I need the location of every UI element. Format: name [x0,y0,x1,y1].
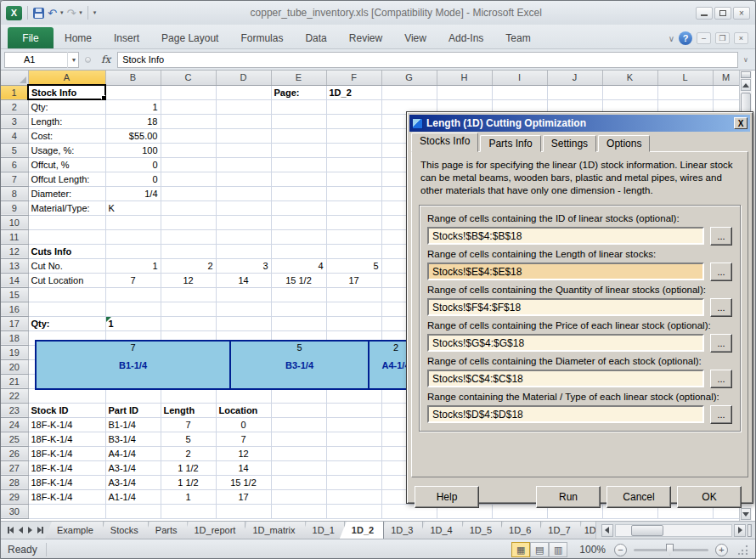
cell-D29[interactable]: 17 [216,489,271,504]
cell-D26[interactable]: 12 [216,446,271,460]
cell-F29[interactable] [326,489,381,504]
row-header-19[interactable]: 19 [1,345,28,359]
cell-C6[interactable] [161,157,216,172]
cell-E1[interactable]: Page: [271,85,326,99]
cell-E30[interactable] [271,504,326,518]
cell-B12[interactable] [105,244,161,258]
cell-A9[interactable]: Material/Type: [28,200,105,215]
sheet-tab-1D_5[interactable]: 1D_5 [458,522,502,539]
cell-A16[interactable] [28,302,105,316]
cell-B3[interactable]: 18 [105,114,161,128]
cell-B29[interactable]: A1-1/4 [105,489,161,504]
cell-E4[interactable] [271,128,326,143]
cell-B8[interactable]: 1/4 [105,186,161,200]
column-header-B[interactable]: B [105,71,161,85]
excel-logo-icon[interactable]: X [6,6,22,20]
cell-A14[interactable]: Cut Location [28,273,105,287]
tab-settings[interactable]: Settings [543,135,596,152]
redo-icon[interactable]: ↷ [66,8,76,19]
cell-B28[interactable]: A3-1/4 [105,475,161,489]
tab-insert[interactable]: Insert [103,29,150,48]
tab-stocks-info[interactable]: Stocks Info [411,133,478,152]
cell-F9[interactable] [326,200,381,215]
cell-E5[interactable] [271,143,326,157]
insert-function-icon[interactable]: fx [96,54,116,65]
row-header-6[interactable]: 6 [1,157,28,172]
row-header-29[interactable]: 29 [1,489,28,504]
column-header-C[interactable]: C [161,71,216,85]
ok-button[interactable]: OK [677,486,742,508]
column-header-I[interactable]: I [492,71,547,85]
cell-E29[interactable] [271,489,326,504]
help-button[interactable]: Help [415,486,479,508]
workbook-close-button[interactable]: × [734,32,748,44]
cell-E16[interactable] [271,302,326,316]
cell-E9[interactable] [271,200,326,215]
cell-A11[interactable] [28,229,105,244]
cell-E28[interactable] [271,475,326,489]
workbook-restore-button[interactable]: ❐ [715,32,730,44]
cell-F27[interactable] [326,460,381,475]
tab-formulas[interactable]: Formulas [229,29,294,48]
cell-F14[interactable]: 17 [326,273,381,287]
sheet-tab-1D_6[interactable]: 1D_6 [497,522,541,539]
redo-dropdown-icon[interactable]: ▾ [79,9,82,16]
cell-D13[interactable]: 3 [216,258,271,273]
cell-D27[interactable]: 14 [216,460,271,475]
row-header-17[interactable]: 17 [1,316,28,330]
row-header-25[interactable]: 25 [1,432,28,446]
cell-D10[interactable] [216,215,271,229]
cell-F26[interactable] [326,446,381,460]
cell-E8[interactable] [271,186,326,200]
cell-H1[interactable] [437,85,492,99]
cell-G1[interactable] [381,85,437,99]
scroll-down-button[interactable] [741,508,751,520]
cell-D16[interactable] [216,302,271,316]
horizontal-scrollbar[interactable] [601,522,755,539]
sheet-tab-1D_7[interactable]: 1D_7 [536,522,580,539]
cell-A15[interactable] [28,287,105,302]
cell-F5[interactable] [326,143,381,157]
row-header-4[interactable]: 4 [1,128,28,143]
cell-A10[interactable] [28,215,105,229]
expand-formula-bar-icon[interactable]: ∨ [740,56,752,64]
cell-A5[interactable]: Usage, %: [28,143,105,157]
file-tab[interactable]: File [8,27,54,48]
cell-C25[interactable]: 5 [161,432,216,446]
cell-F23[interactable] [326,403,381,417]
cell-F12[interactable] [326,244,381,258]
cell-E11[interactable] [271,229,326,244]
cell-A17[interactable]: Qty: [28,316,105,330]
cell-F17[interactable] [326,316,381,330]
tab-page-layout[interactable]: Page Layout [150,29,229,48]
resize-grip[interactable] [738,545,748,555]
tab-review[interactable]: Review [338,29,393,48]
row-header-21[interactable]: 21 [1,374,28,388]
cell-B22[interactable] [105,388,161,403]
dialog-close-icon[interactable]: X [734,117,748,129]
cell-B7[interactable]: 0 [105,172,161,186]
cell-A4[interactable]: Cost: [28,128,105,143]
cell-D5[interactable] [216,143,271,157]
cell-E7[interactable] [271,172,326,186]
last-sheet-icon[interactable] [37,527,43,534]
material-range-browse-button[interactable]: ... [710,405,732,424]
cell-E26[interactable] [271,446,326,460]
row-header-9[interactable]: 9 [1,200,28,215]
column-header-M[interactable]: M [713,71,739,85]
sheet-tab-1D_3[interactable]: 1D_3 [379,522,423,539]
cell-F22[interactable] [326,388,381,403]
cell-A26[interactable]: 18F-K-1/4 [28,446,105,460]
cell-F6[interactable] [326,157,381,172]
column-header-J[interactable]: J [547,71,602,85]
cell-B17[interactable]: 1 [105,316,161,330]
cell-B14[interactable]: 7 [105,273,161,287]
cell-F15[interactable] [326,287,381,302]
row-header-2[interactable]: 2 [1,99,28,114]
cell-F3[interactable] [326,114,381,128]
column-header-A[interactable]: A [28,71,105,85]
cell-E17[interactable] [271,316,326,330]
zoom-slider-thumb[interactable] [666,544,674,556]
cell-A24[interactable]: 18F-K-1/4 [28,417,105,432]
column-header-K[interactable]: K [602,71,657,85]
